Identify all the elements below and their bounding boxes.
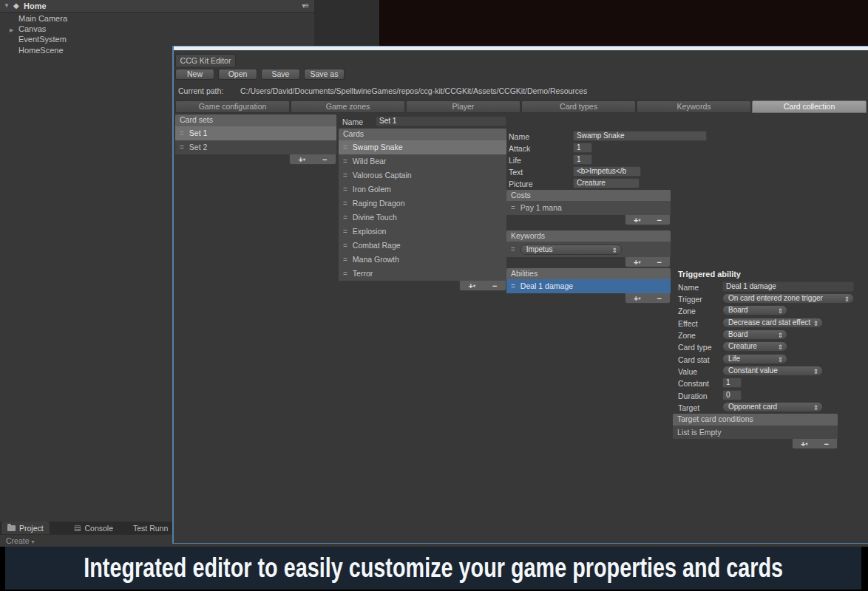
tab-project-label: Project [19, 524, 44, 533]
effect-dropdown[interactable]: Decrease card stat effect⇕ [722, 318, 823, 328]
card-row-mana-growth[interactable]: =Mana Growth [339, 253, 506, 267]
target-dropdown[interactable]: Opponent card⇕ [722, 402, 823, 412]
drag-handle-icon[interactable]: = [180, 140, 184, 154]
scene-name[interactable]: Home [24, 1, 47, 10]
drag-handle-icon[interactable]: = [343, 239, 347, 253]
card-row-iron-golem[interactable]: =Iron Golem [339, 182, 506, 197]
value-dropdown-value: Constant value [728, 366, 778, 375]
remove-cost-button[interactable]: − [657, 216, 662, 225]
trigger-dropdown[interactable]: On card entered zone trigger⇕ [722, 293, 854, 304]
card-attack-field[interactable]: 1 [573, 143, 592, 153]
card-row-valorous-captain[interactable]: =Valorous Captain [339, 168, 506, 182]
chevron-down-icon[interactable]: ▼ [4, 2, 10, 9]
folder-icon [7, 525, 16, 531]
card-text-field[interactable]: <b>Impetus</b [573, 166, 641, 177]
drag-handle-icon[interactable]: = [511, 279, 515, 293]
tab-card-collection[interactable]: Card collection [752, 100, 867, 113]
drag-handle-icon[interactable]: = [343, 253, 347, 267]
open-button[interactable]: Open [218, 69, 257, 80]
card-life-field[interactable]: 1 [573, 154, 592, 165]
card-row-swamp-snake[interactable]: =Swamp Snake [339, 140, 506, 154]
add-condition-button[interactable]: +▾ [801, 440, 807, 448]
caption-bar: Integrated editor to easily customize yo… [0, 547, 868, 591]
window-title-bar[interactable] [174, 46, 868, 50]
duration-label: Duration [678, 392, 708, 400]
new-button[interactable]: New [175, 69, 214, 80]
card-sets-header: Card sets [175, 115, 336, 126]
tab-player[interactable]: Player [406, 100, 521, 113]
card-stat-dropdown-value: Life [728, 355, 740, 363]
ability-row-deal-1-damage[interactable]: = Deal 1 damage [506, 279, 671, 293]
zone-dropdown[interactable]: Board⇕ [722, 305, 787, 315]
card-set-row-set2[interactable]: = Set 2 [175, 140, 336, 154]
card-picture-field[interactable]: Creature [573, 178, 640, 188]
set-name-field[interactable]: Set 1 [376, 116, 506, 126]
hierarchy-item-canvas[interactable]: Canvas [18, 24, 46, 33]
add-keyword-button[interactable]: +▾ [634, 258, 640, 267]
constant-field[interactable]: 1 [722, 378, 742, 388]
add-card-set-button[interactable]: +▾ [299, 155, 305, 164]
tab-project[interactable]: Project [1, 522, 50, 534]
remove-condition-button[interactable]: − [824, 440, 829, 448]
chevron-right-icon[interactable]: ▶ [10, 27, 13, 33]
tab-keywords[interactable]: Keywords [637, 100, 751, 113]
drag-handle-icon[interactable]: = [511, 242, 515, 256]
effect-zone-dropdown[interactable]: Board⇕ [722, 329, 787, 340]
card-row-combat-rage[interactable]: =Combat Rage [339, 239, 506, 253]
drag-handle-icon[interactable]: = [343, 197, 347, 211]
drag-handle-icon[interactable]: = [343, 225, 347, 239]
window-tab[interactable]: CCG Kit Editor [175, 54, 236, 66]
tab-card-types[interactable]: Card types [521, 100, 636, 113]
tab-test-runner[interactable]: Test Runn [127, 522, 172, 534]
tab-game-zones[interactable]: Game zones [291, 100, 405, 113]
save-as-button[interactable]: Save as [304, 69, 345, 80]
constant-label: Constant [678, 379, 709, 388]
card-name-field[interactable]: Swamp Snake [573, 131, 707, 141]
card-row-terror[interactable]: =Terror [339, 267, 506, 281]
editor-tab-strip: Game configuration Game zones Player Car… [175, 100, 867, 113]
add-cost-button[interactable]: +▾ [634, 216, 640, 225]
keyword-dropdown[interactable]: Impetus ⇕ [521, 245, 622, 255]
tab-console[interactable]: ▤ Console [68, 522, 119, 534]
remove-keyword-button[interactable]: − [657, 258, 662, 267]
remove-card-button[interactable]: − [492, 281, 497, 290]
card-row-divine-touch[interactable]: =Divine Touch [339, 211, 506, 225]
card-stat-dropdown[interactable]: Life⇕ [722, 354, 787, 364]
keyword-row[interactable]: = Impetus ⇕ [506, 242, 671, 257]
unity-editor-screen: ▼ ◆ Home ▾≡ Main Camera ▶ Canvas EventSy… [0, 0, 868, 591]
save-button[interactable]: Save [261, 69, 300, 80]
add-card-button[interactable]: +▾ [469, 281, 475, 290]
card-type-dropdown[interactable]: Creature⇕ [722, 341, 787, 352]
card-row-wild-bear[interactable]: =Wild Bear [339, 154, 506, 168]
bottom-tab-bar: Project ▤ Console Test Runn [0, 522, 172, 534]
tab-game-configuration[interactable]: Game configuration [175, 100, 290, 113]
drag-handle-icon[interactable]: = [343, 267, 347, 281]
panel-menu-icon[interactable]: ▾≡ [302, 1, 308, 10]
game-view-background [379, 0, 868, 46]
card-sets-footer: +▾ − [175, 154, 336, 166]
card-row-explosion[interactable]: =Explosion [339, 225, 506, 239]
drag-handle-icon[interactable]: = [343, 211, 347, 225]
card-row-raging-dragon[interactable]: =Raging Dragon [339, 197, 506, 211]
drag-handle-icon[interactable]: = [343, 154, 347, 168]
create-button[interactable]: Create ▾ [6, 536, 34, 545]
drag-handle-icon[interactable]: = [343, 168, 347, 182]
hierarchy-item-homescene[interactable]: HomeScene [18, 46, 64, 55]
hierarchy-item-eventsystem[interactable]: EventSystem [18, 35, 67, 44]
costs-header: Costs [506, 190, 671, 201]
card-set-row-set1[interactable]: = Set 1 [175, 126, 336, 140]
ability-name-field[interactable]: Deal 1 damage [722, 281, 854, 292]
duration-field[interactable]: 0 [722, 390, 742, 400]
drag-handle-icon[interactable]: = [180, 126, 184, 140]
drag-handle-icon[interactable]: = [343, 140, 347, 154]
remove-ability-button[interactable]: − [657, 294, 662, 303]
hierarchy-scene-header[interactable]: ▼ ◆ Home ▾≡ [0, 0, 314, 13]
drag-handle-icon[interactable]: = [511, 201, 515, 215]
cost-row-pay-1-mana[interactable]: = Pay 1 mana [506, 201, 671, 215]
remove-card-set-button[interactable]: − [322, 155, 327, 164]
hierarchy-item-main-camera[interactable]: Main Camera [18, 14, 67, 23]
add-ability-button[interactable]: +▾ [634, 294, 640, 303]
target-card-conditions-header: Target card conditions [673, 414, 838, 426]
drag-handle-icon[interactable]: = [343, 182, 347, 197]
value-dropdown[interactable]: Constant value⇕ [722, 366, 823, 376]
